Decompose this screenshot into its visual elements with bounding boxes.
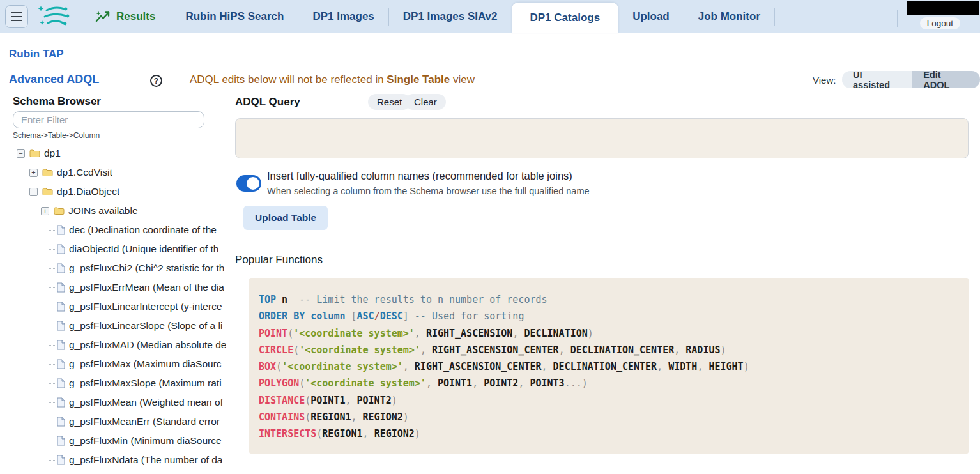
document-icon (57, 321, 65, 331)
code-token: WIDTH (668, 361, 697, 372)
document-icon (57, 378, 65, 388)
tree-item-g-psffluxndata[interactable]: g_psfFluxNdata (The number of da (0, 450, 227, 470)
document-icon (57, 359, 65, 369)
tree-item-dp1[interactable]: −dp1 (0, 144, 227, 163)
nav-divider (774, 8, 775, 26)
code-token: ) (744, 361, 749, 372)
code-token: ( (299, 378, 305, 389)
tree-item-label: JOINs available (68, 205, 138, 217)
clear-button[interactable]: Clear (405, 94, 446, 110)
tab-dp1-catalogs[interactable]: DP1 Catalogs (512, 3, 619, 33)
tree-item-label: g_psfFluxMean (Weighted mean of (69, 397, 223, 408)
nav-label: Rubin HiPS Search (185, 10, 284, 23)
code-token: REGION1 (322, 428, 362, 440)
document-icon (57, 436, 65, 446)
tree-connector (49, 249, 55, 250)
tab-dp1-images-siav2[interactable]: DP1 Images SIAv2 (389, 0, 512, 33)
tree-item-label: g_psfFluxNdata (The number of da (69, 454, 222, 466)
tree-item-g-psffluxmaxslope[interactable]: g_psfFluxMaxSlope (Maximum rati (0, 374, 227, 393)
toggle-sublabel: When selecting a column from the Schema … (267, 186, 590, 196)
tree-item-g-psffluxmad[interactable]: g_psfFluxMAD (Median absolute de (0, 335, 227, 355)
tree-item-joins[interactable]: +JOINs available (0, 201, 227, 220)
code-token: INTERSECTS (259, 428, 316, 440)
code-token: POINT (259, 328, 287, 339)
code-token: POLYGON (259, 378, 299, 389)
tree-connector (49, 268, 55, 269)
code-line: TOP n -- Limit the results to n number o… (259, 291, 962, 308)
schema-divider (11, 142, 227, 142)
code-token: , (415, 328, 426, 339)
tab-dp1-images[interactable]: DP1 Images (298, 0, 388, 33)
tree-item-g-psffluxlinearslope[interactable]: g_psfFluxLinearSlope (Slope of a li (0, 316, 227, 335)
view-option-ui-assisted[interactable]: UI assisted (842, 71, 912, 88)
popular-functions-title: Popular Functions (235, 254, 323, 266)
collapse-icon[interactable]: − (29, 188, 38, 196)
tree-item-g-psffluxlinearintercept[interactable]: g_psfFluxLinearIntercept (y-interce (0, 297, 227, 316)
code-token: , (674, 344, 685, 356)
tree-item-g-psffluxmeanerr[interactable]: g_psfFluxMeanErr (Standard error (0, 412, 227, 431)
code-token: -- Limit the results to n number of reco… (287, 294, 547, 305)
code-line: DISTANCE(POINT1, POINT2) (259, 392, 962, 409)
code-token: , (657, 361, 668, 372)
tree-item-label: g_psfFluxErrMean (Mean of the dia (69, 282, 224, 293)
tree-item-label: dp1.CcdVisit (57, 167, 112, 178)
tree-item-dp1-ccdvisit[interactable]: +dp1.CcdVisit (0, 163, 227, 182)
tree-item-blank[interactable] (0, 470, 227, 474)
code-token: n (276, 294, 287, 305)
redacted-username (907, 1, 979, 15)
code-token: , (512, 328, 524, 339)
tab-job-monitor[interactable]: Job Monitor (684, 0, 774, 33)
code-line: POLYGON('<coordinate system>', POINT1, P… (259, 375, 962, 392)
warning-bold: Single Table (387, 73, 450, 86)
view-option-edit-adql[interactable]: Edit ADQL (912, 71, 980, 88)
hamburger-menu-button[interactable] (5, 5, 28, 28)
tab-upload[interactable]: Upload (618, 0, 684, 33)
fully-qualified-toggle[interactable] (236, 175, 261, 192)
expand-icon[interactable]: + (29, 169, 38, 177)
folder-icon (29, 149, 40, 158)
code-token: [ (345, 310, 356, 322)
toggle-knob (247, 177, 259, 190)
tree-item-diaobjectid[interactable]: diaObjectId (Unique identifier of th (0, 240, 227, 259)
tree-item-dp1-diaobject[interactable]: −dp1.DiaObject (0, 182, 227, 201)
adql-query-title: ADQL Query (235, 96, 300, 109)
code-token: POINT2 (484, 378, 518, 389)
tree-item-g-psffluxchi2[interactable]: g_psfFluxChi2 (Chi^2 statistic for th (0, 259, 227, 278)
tree-item-dec[interactable]: dec (Declination coordinate of the (0, 220, 227, 240)
code-token: RADIUS (685, 344, 720, 356)
code-token: -- Used for sorting (409, 310, 524, 322)
tree-connector (49, 230, 55, 231)
section-title: Advanced ADQL (9, 73, 99, 86)
collapse-icon[interactable]: − (17, 149, 25, 158)
upload-table-button[interactable]: Upload Table (243, 206, 328, 230)
expand-icon[interactable]: + (41, 207, 49, 215)
document-icon (57, 397, 65, 408)
logout-button[interactable]: Logout (920, 17, 960, 29)
schema-filter-input[interactable] (13, 111, 204, 128)
tab-rubin-hips-search[interactable]: Rubin HiPS Search (171, 0, 298, 33)
code-token: '<coordinate system>' (293, 328, 415, 339)
tree-item-g-psffluxmin[interactable]: g_psfFluxMin (Minimum diaSource (0, 431, 227, 450)
code-token: CONTAINS (259, 411, 305, 423)
folder-icon (42, 187, 53, 196)
code-token: , (351, 411, 363, 423)
tree-connector (49, 345, 55, 346)
document-icon (57, 225, 65, 235)
tree-item-label: g_psfFluxLinearSlope (Slope of a li (69, 320, 222, 332)
nav-label: DP1 Catalogs (530, 11, 601, 24)
tree-item-g-psffluxmax[interactable]: g_psfFluxMax (Maximum diaSourc (0, 355, 227, 374)
tree-item-g-psffluxmean[interactable]: g_psfFluxMean (Weighted mean of (0, 393, 227, 412)
tree-connector (49, 460, 55, 461)
code-token: ] (403, 310, 409, 322)
code-token: ( (287, 328, 293, 339)
code-token: DISTANCE (259, 395, 305, 406)
tree-item-g-psffluxerrmean[interactable]: g_psfFluxErrMean (Mean of the dia (0, 278, 227, 297)
help-icon[interactable]: ? (150, 75, 162, 87)
adql-query-input[interactable] (235, 118, 969, 158)
nav-label: DP1 Images SIAv2 (403, 10, 498, 23)
document-icon (57, 340, 65, 350)
code-token: HEIGHT (708, 361, 743, 372)
code-token: ASC (357, 310, 374, 322)
schema-hint: Schema->Table->Column (13, 131, 100, 140)
nav-results-link[interactable]: Results (79, 0, 171, 33)
